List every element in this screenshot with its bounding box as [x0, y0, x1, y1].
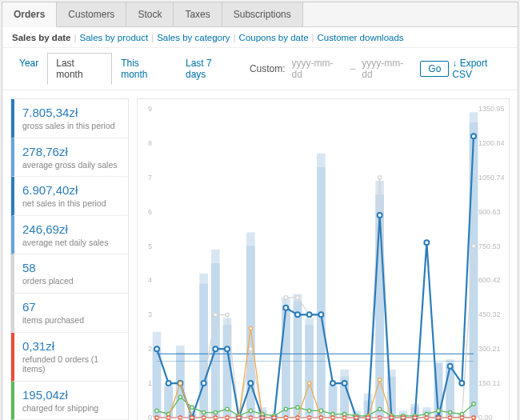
- svg-rect-53: [211, 263, 220, 418]
- svg-point-119: [307, 312, 312, 317]
- export-csv-link[interactable]: Export CSV: [452, 58, 510, 80]
- svg-point-125: [378, 213, 382, 218]
- svg-point-90: [296, 296, 299, 299]
- svg-text:450.32: 450.32: [478, 310, 501, 318]
- metric-value: 67: [22, 300, 120, 314]
- metric-label: refunded 0 orders (1 items): [22, 354, 120, 374]
- svg-point-121: [330, 381, 335, 386]
- svg-point-132: [459, 381, 464, 386]
- metric-label: orders placed: [22, 276, 120, 286]
- svg-point-122: [342, 381, 347, 386]
- metric-value: 58: [22, 261, 120, 274]
- svg-text:6: 6: [148, 208, 152, 216]
- date-separator: –: [350, 63, 356, 74]
- svg-point-148: [319, 409, 322, 412]
- svg-point-110: [202, 381, 206, 386]
- top-tab-subscriptions[interactable]: Subscriptions: [222, 2, 303, 26]
- svg-point-158: [437, 409, 440, 412]
- metrics-sidebar: 7.805,34złgross sales in this period278,…: [10, 98, 129, 420]
- metric-label: items purchased: [22, 315, 120, 326]
- sales-chart[interactable]: 01234567890.00150.11300.21450.32600.4275…: [137, 98, 510, 420]
- svg-point-140: [226, 407, 229, 410]
- svg-rect-75: [470, 122, 478, 418]
- metric-label: average gross daily sales: [22, 160, 120, 170]
- svg-point-147: [307, 409, 310, 412]
- top-tab-customers[interactable]: Customers: [57, 2, 126, 26]
- svg-text:600.42: 600.42: [478, 276, 501, 284]
- metric-2[interactable]: 6.907,40złnet sales in this period: [11, 177, 128, 216]
- metric-label: gross sales in this period: [22, 121, 120, 131]
- metric-value: 6.907,40zł: [22, 183, 120, 197]
- range-tab-this-month[interactable]: This month: [112, 53, 177, 85]
- svg-text:300.21: 300.21: [478, 345, 501, 353]
- svg-point-142: [249, 409, 252, 412]
- svg-point-161: [472, 402, 475, 406]
- svg-point-117: [283, 306, 288, 310]
- metric-6[interactable]: 0,31złrefunded 0 orders (1 items): [11, 333, 128, 382]
- svg-point-146: [296, 406, 299, 409]
- svg-rect-62: [317, 167, 326, 418]
- svg-text:900.63: 900.63: [478, 208, 501, 216]
- subnav-coupons-by-date[interactable]: Coupons by date: [239, 33, 309, 42]
- svg-text:750.53: 750.53: [478, 242, 501, 250]
- svg-rect-52: [199, 284, 208, 418]
- svg-text:150.11: 150.11: [478, 379, 501, 387]
- metric-3[interactable]: 246,69złaverage net daily sales: [11, 216, 128, 255]
- svg-point-89: [284, 296, 287, 299]
- svg-point-118: [295, 312, 300, 317]
- svg-point-164: [178, 382, 182, 385]
- date-to-input[interactable]: yyyy-mm-dd: [362, 58, 414, 80]
- svg-point-84: [226, 313, 229, 316]
- svg-text:4: 4: [148, 276, 152, 284]
- svg-point-86: [249, 347, 252, 350]
- svg-text:0.00: 0.00: [478, 414, 493, 420]
- svg-point-175: [307, 382, 310, 385]
- svg-point-106: [154, 346, 159, 351]
- svg-point-134: [155, 409, 158, 412]
- svg-text:3: 3: [148, 310, 152, 318]
- svg-point-83: [214, 313, 217, 316]
- svg-point-114: [248, 381, 253, 386]
- svg-point-105: [472, 244, 475, 247]
- metric-label: average net daily sales: [22, 238, 120, 248]
- metric-4[interactable]: 58orders placed: [11, 254, 128, 294]
- subnav-sales-by-category[interactable]: Sales by category: [157, 33, 230, 42]
- metric-5[interactable]: 67items purchased: [11, 294, 128, 333]
- go-button[interactable]: Go: [420, 61, 449, 77]
- svg-text:1350.95: 1350.95: [478, 105, 505, 113]
- svg-rect-60: [294, 301, 302, 418]
- svg-point-181: [378, 378, 381, 382]
- subnav-customer-downloads[interactable]: Customer downloads: [318, 33, 404, 42]
- metric-value: 246,69zł: [22, 222, 120, 236]
- top-tab-orders[interactable]: Orders: [2, 2, 57, 27]
- top-tab-stock[interactable]: Stock: [126, 2, 174, 26]
- svg-text:5: 5: [148, 242, 152, 250]
- metric-value: 7.805,34zł: [22, 106, 120, 119]
- svg-text:9: 9: [148, 105, 152, 113]
- custom-label: Custom:: [250, 63, 286, 74]
- svg-point-111: [213, 346, 218, 351]
- range-tab-last-7-days[interactable]: Last 7 days: [177, 53, 243, 85]
- svg-point-131: [448, 364, 453, 369]
- top-tab-taxes[interactable]: Taxes: [174, 2, 222, 26]
- range-tab-year[interactable]: Year: [10, 53, 47, 85]
- date-from-input[interactable]: yyyy-mm-dd: [292, 58, 344, 80]
- metric-value: 195,04zł: [22, 388, 120, 402]
- svg-point-139: [214, 410, 217, 414]
- svg-text:1050.74: 1050.74: [478, 174, 505, 182]
- svg-point-112: [225, 346, 230, 351]
- svg-point-97: [378, 176, 381, 179]
- svg-text:7: 7: [148, 174, 152, 182]
- svg-text:2: 2: [148, 345, 152, 353]
- metric-1[interactable]: 278,76złaverage gross daily sales: [11, 138, 128, 178]
- metric-7[interactable]: 195,04złcharged for shipping: [11, 382, 128, 420]
- svg-text:1: 1: [148, 379, 152, 387]
- metric-0[interactable]: 7.805,34złgross sales in this period: [11, 99, 128, 138]
- svg-text:0: 0: [148, 414, 152, 420]
- subnav-sales-by-product[interactable]: Sales by product: [80, 33, 149, 42]
- svg-point-129: [424, 240, 429, 245]
- metric-value: 278,76zł: [22, 145, 120, 158]
- svg-point-170: [249, 326, 252, 330]
- range-tab-last-month[interactable]: Last month: [47, 53, 112, 85]
- subnav-sales-by-date[interactable]: Sales by date: [12, 33, 71, 42]
